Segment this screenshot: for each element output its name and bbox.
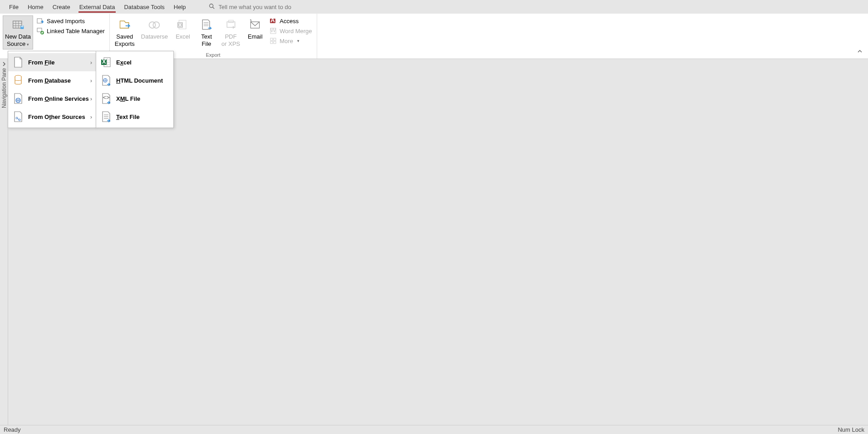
ribbon-collapse-button[interactable] [854, 47, 865, 57]
submenu-text-label: Text File [116, 113, 140, 120]
tab-help[interactable]: Help [169, 1, 191, 13]
nav-pane-expand-button[interactable] [2, 61, 6, 68]
svg-text:A: A [271, 17, 275, 24]
status-bar: Ready Num Lock [0, 425, 868, 434]
excel-export-label: Excel [176, 33, 190, 40]
tell-me-search[interactable] [209, 3, 355, 11]
xml-file-icon: <> [101, 93, 112, 104]
linked-table-manager-label: Linked Table Manager [47, 28, 105, 35]
submenu-excel-label: Excel [116, 59, 132, 66]
search-icon [209, 3, 215, 11]
word-merge-button: W Word Merge [268, 26, 314, 35]
menu-bar: File Home Create External Data Database … [0, 0, 868, 14]
submenu-xml-label: XML File [116, 95, 140, 102]
svg-rect-28 [274, 38, 276, 40]
tab-file[interactable]: File [5, 1, 23, 13]
menu-from-file-label: From File [28, 59, 55, 66]
pdf-xps-label: PDF or XPS [221, 33, 240, 47]
svg-line-1 [212, 7, 214, 9]
dataverse-button: Dataverse [139, 15, 170, 43]
tell-me-input[interactable] [219, 4, 355, 10]
linked-table-manager-icon [37, 27, 44, 35]
new-data-source-button[interactable]: + New Data Source▾ [3, 15, 33, 49]
submenu-html-label: HTML Document [116, 77, 163, 84]
menu-from-database-label: From Database [28, 77, 71, 84]
saved-imports-icon [37, 17, 44, 25]
menu-from-other-label: From Other Sources [28, 113, 85, 120]
text-file-import-icon [101, 111, 112, 122]
html-file-icon [101, 75, 112, 86]
new-data-source-icon: + [12, 18, 25, 32]
navigation-pane[interactable]: Navigation Pane [0, 59, 8, 425]
saved-imports-label: Saved Imports [47, 18, 85, 25]
from-file-submenu: X Excel HTML Document <> XML File Text F… [96, 51, 174, 128]
chevron-down-icon: ▾ [297, 39, 299, 43]
dataverse-icon [148, 18, 161, 32]
dataverse-label: Dataverse [141, 33, 168, 40]
svg-rect-9 [37, 19, 42, 23]
word-merge-icon: W [270, 27, 277, 35]
svg-text:X: X [178, 22, 182, 28]
menu-from-online-services[interactable]: From Online Services › [8, 89, 96, 108]
excel-icon: X [177, 18, 189, 32]
submenu-excel[interactable]: X Excel [96, 53, 173, 71]
svg-text:W: W [270, 27, 276, 34]
chevron-right-icon: › [90, 77, 92, 84]
tab-external-data[interactable]: External Data [75, 1, 120, 13]
svg-rect-30 [274, 41, 276, 44]
linked-table-manager-button[interactable]: Linked Table Manager [35, 26, 107, 35]
saved-imports-button[interactable]: Saved Imports [35, 16, 107, 25]
chevron-right-icon: › [90, 59, 92, 66]
text-file-icon [200, 18, 213, 32]
svg-rect-27 [270, 38, 273, 40]
file-icon [13, 57, 24, 68]
svg-rect-10 [37, 28, 42, 32]
access-export-label: Access [280, 18, 299, 25]
excel-file-icon: X [101, 57, 112, 68]
submenu-text-file[interactable]: Text File [96, 108, 173, 126]
chevron-down-icon: ▾ [27, 42, 29, 47]
chevron-right-icon [2, 62, 6, 66]
tab-create[interactable]: Create [48, 1, 75, 13]
svg-text:X: X [102, 58, 106, 65]
svg-text:+: + [20, 24, 24, 29]
more-export-button: More ▾ [268, 36, 314, 45]
tab-home[interactable]: Home [23, 1, 48, 13]
text-file-export-button[interactable]: Text File [196, 15, 217, 49]
other-sources-icon [13, 111, 24, 122]
saved-exports-button[interactable]: Saved Exports [113, 15, 137, 49]
globe-icon [13, 93, 24, 104]
svg-rect-29 [270, 41, 273, 44]
database-icon [13, 75, 24, 86]
saved-exports-icon [118, 18, 131, 32]
menu-from-file[interactable]: From File › [8, 53, 96, 71]
more-icon [270, 37, 277, 44]
chevron-right-icon: › [90, 113, 92, 120]
svg-point-0 [209, 4, 213, 7]
submenu-html[interactable]: HTML Document [96, 71, 173, 89]
menu-from-online-label: From Online Services [28, 95, 89, 102]
email-button[interactable]: Email [244, 15, 266, 43]
pdf-xps-button: PDF or XPS [219, 15, 242, 49]
submenu-xml[interactable]: <> XML File [96, 89, 173, 108]
saved-exports-label: Saved Exports [115, 33, 135, 47]
tab-database-tools[interactable]: Database Tools [119, 1, 169, 13]
status-ready-label: Ready [4, 426, 21, 433]
new-data-source-menu: From File › From Database › From Online … [8, 51, 96, 128]
excel-export-button: X Excel [172, 15, 194, 43]
menu-from-database[interactable]: From Database › [8, 71, 96, 89]
text-file-export-label: Text File [201, 33, 212, 47]
chevron-up-icon [857, 49, 863, 54]
chevron-right-icon: › [90, 95, 92, 102]
more-export-label: More [280, 38, 293, 44]
access-icon: A [270, 17, 277, 25]
pdf-icon [225, 18, 237, 32]
menu-from-other-sources[interactable]: From Other Sources › [8, 108, 96, 126]
email-label: Email [248, 33, 263, 40]
word-merge-label: Word Merge [280, 28, 312, 35]
access-export-button[interactable]: A Access [268, 16, 314, 25]
status-numlock-label: Num Lock [838, 426, 864, 433]
email-icon [249, 18, 261, 32]
svg-text:<>: <> [103, 94, 109, 101]
nav-pane-label: Navigation Pane [1, 68, 7, 108]
